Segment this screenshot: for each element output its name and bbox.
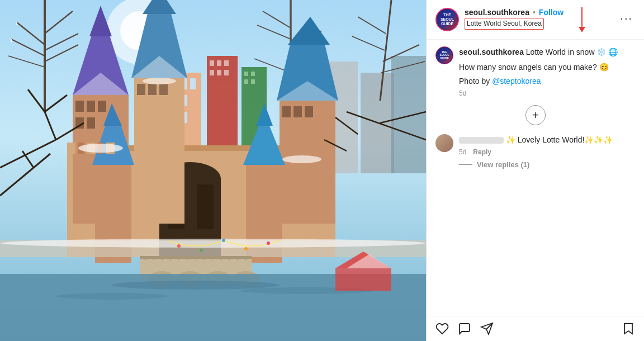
post-image bbox=[0, 0, 426, 341]
svg-rect-58 bbox=[87, 117, 95, 129]
user-comment-time: 5d bbox=[459, 148, 466, 156]
svg-rect-52 bbox=[197, 184, 214, 229]
action-icons-left bbox=[435, 322, 494, 335]
save-button[interactable] bbox=[622, 322, 635, 335]
svg-rect-6 bbox=[190, 78, 196, 89]
comments-section: THESEOULGUIDE seoul.southkorea Lotte Wor… bbox=[427, 40, 644, 316]
comment-text: seoul.southkorea Lotte World in snow ❄️ … bbox=[459, 46, 635, 58]
svg-rect-72 bbox=[293, 106, 302, 117]
svg-rect-20 bbox=[251, 72, 255, 76]
right-panel: THESEOULGUIDE seoul.southkorea • Follow … bbox=[426, 0, 644, 341]
svg-point-128 bbox=[177, 244, 181, 248]
load-more-container: + bbox=[435, 105, 635, 125]
comment-text-part1: Lotte World in snow bbox=[524, 48, 595, 56]
like-button[interactable] bbox=[435, 322, 449, 335]
dot-separator: • bbox=[533, 8, 536, 17]
svg-rect-19 bbox=[244, 72, 248, 76]
svg-point-130 bbox=[222, 239, 225, 242]
user-comment-time-row: 5d Reply bbox=[459, 148, 635, 156]
red-arrow-annotation bbox=[579, 7, 585, 32]
load-more-button[interactable]: + bbox=[525, 105, 546, 125]
svg-point-111 bbox=[56, 293, 168, 300]
svg-rect-73 bbox=[305, 106, 313, 117]
comment-mention[interactable]: @steptokorea bbox=[492, 77, 541, 86]
avatar-logo: THESEOULGUIDE bbox=[437, 9, 458, 30]
action-bar bbox=[427, 316, 644, 341]
svg-rect-54 bbox=[75, 101, 84, 112]
svg-point-110 bbox=[112, 281, 280, 290]
blurred-username bbox=[459, 137, 504, 144]
comment-photo-by: Photo by bbox=[459, 77, 492, 86]
svg-rect-55 bbox=[87, 101, 95, 112]
svg-point-89 bbox=[1, 239, 425, 248]
comment-avatar-logo: THESEOULGUIDE bbox=[437, 48, 452, 63]
svg-rect-62 bbox=[134, 78, 184, 224]
svg-rect-26 bbox=[391, 56, 426, 173]
svg-point-129 bbox=[200, 249, 203, 252]
user-comment: ✨ Lovely Lotte World!✨✨✨ 5d Reply bbox=[435, 134, 635, 156]
svg-point-131 bbox=[244, 247, 248, 250]
user-comment-content: ✨ Lovely Lotte World!✨✨✨ bbox=[506, 135, 613, 144]
svg-rect-16 bbox=[217, 70, 221, 75]
follow-button[interactable]: Follow bbox=[539, 8, 564, 17]
view-replies-text[interactable]: View replies (1) bbox=[477, 160, 529, 169]
svg-rect-56 bbox=[98, 101, 106, 112]
user-comment-body: ✨ Lovely Lotte World!✨✨✨ 5d Reply bbox=[459, 134, 635, 156]
reply-button[interactable]: Reply bbox=[473, 148, 491, 156]
svg-point-115 bbox=[143, 78, 176, 84]
svg-point-114 bbox=[282, 155, 321, 163]
location-tag[interactable]: Lotte World Seoul, Korea bbox=[465, 18, 544, 30]
header-text: seoul.southkorea • Follow Lotte World Se… bbox=[465, 8, 612, 30]
svg-point-132 bbox=[267, 241, 270, 245]
svg-rect-135 bbox=[335, 268, 391, 291]
user-avatar[interactable] bbox=[435, 134, 453, 152]
svg-rect-22 bbox=[251, 79, 255, 84]
comment-text-2: How many snow angels can you make? 😊 bbox=[459, 61, 635, 73]
comment-body: seoul.southkorea Lotte World in snow ❄️ … bbox=[459, 46, 635, 97]
view-replies-line bbox=[459, 164, 472, 165]
arrow-line bbox=[581, 7, 583, 27]
user-avatar-image bbox=[435, 134, 453, 152]
comment-avatar[interactable]: THESEOULGUIDE bbox=[435, 46, 453, 64]
comment-time: 5d bbox=[459, 89, 635, 97]
svg-rect-65 bbox=[159, 84, 168, 95]
comment-emoji2: 🌐 bbox=[608, 48, 618, 56]
username-row: seoul.southkorea • Follow bbox=[465, 8, 612, 17]
post-header: THESEOULGUIDE seoul.southkorea • Follow … bbox=[427, 0, 644, 40]
svg-rect-64 bbox=[148, 84, 157, 95]
more-options-button[interactable]: ··· bbox=[618, 12, 635, 23]
svg-rect-13 bbox=[217, 60, 221, 66]
view-replies[interactable]: View replies (1) bbox=[459, 160, 635, 169]
svg-rect-14 bbox=[224, 60, 229, 66]
username[interactable]: seoul.southkorea bbox=[465, 8, 529, 17]
share-button[interactable] bbox=[480, 322, 494, 335]
svg-point-113 bbox=[78, 144, 123, 153]
user-comment-text: ✨ Lovely Lotte World!✨✨✨ bbox=[459, 134, 635, 146]
main-post-comment: THESEOULGUIDE seoul.southkorea Lotte Wor… bbox=[435, 46, 635, 97]
arrow-head bbox=[579, 27, 585, 32]
svg-rect-15 bbox=[210, 70, 214, 75]
comment-emoji1: ❄️ bbox=[596, 48, 606, 56]
svg-rect-17 bbox=[224, 70, 229, 75]
svg-marker-138 bbox=[624, 324, 632, 334]
comment-username[interactable]: seoul.southkorea bbox=[459, 48, 524, 56]
avatar[interactable]: THESEOULGUIDE bbox=[435, 8, 459, 31]
svg-rect-71 bbox=[282, 106, 291, 117]
svg-rect-21 bbox=[244, 79, 248, 84]
svg-rect-12 bbox=[210, 60, 214, 66]
comment-button[interactable] bbox=[458, 322, 471, 335]
castle-illustration bbox=[0, 0, 426, 341]
svg-rect-83 bbox=[67, 143, 75, 154]
comment-text-3: Photo by @steptokorea bbox=[459, 75, 635, 87]
svg-rect-63 bbox=[137, 84, 145, 95]
